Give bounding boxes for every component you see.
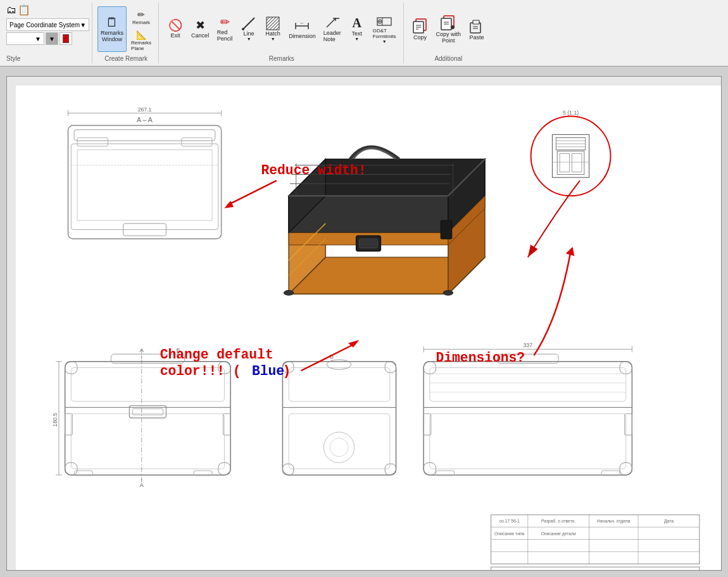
layer-icon: 📋 [18, 4, 30, 16]
text-arrow: ▼ [355, 37, 359, 41]
hatch-label: Hatch [265, 30, 280, 37]
dimension-button[interactable]: ↔ Dimension [286, 6, 319, 52]
remarks-block: Замечания: Компонент должен соответствов… [491, 567, 700, 570]
svg-line-6 [267, 17, 279, 30]
svg-text:↔: ↔ [300, 21, 304, 25]
hatch-button[interactable]: Hatch ▼ [261, 6, 284, 52]
svg-text:Описание типа: Описание типа [494, 531, 525, 536]
cancel-button[interactable]: ✖ Cancel [188, 6, 212, 52]
additional-section: Copy Copy withPoint P [405, 3, 493, 63]
style-section: 🗂 📋 Page Coordinate System ▼ ▼ ▼ Style [4, 3, 92, 63]
svg-text:Разраб. о ответн.: Разраб. о ответн. [541, 519, 575, 524]
svg-rect-48 [77, 150, 212, 220]
svg-rect-46 [182, 137, 212, 146]
svg-line-14 [327, 18, 336, 27]
copy-with-point-button[interactable]: Copy withPoint [433, 6, 465, 52]
remark-plane-button[interactable]: ✏ Remark [128, 7, 154, 29]
svg-rect-45 [77, 137, 108, 146]
reduce-width-text: Reduce width! [261, 163, 367, 178]
remark-small-btns: ✏ Remark 📐 RemarksPlane [128, 7, 154, 51]
svg-rect-43 [74, 130, 215, 141]
svg-text:Начальн. отдела: Начальн. отдела [597, 519, 631, 524]
svg-text:267.1: 267.1 [138, 106, 152, 113]
svg-rect-62 [359, 239, 377, 248]
style-dropdown-2[interactable]: ▼ [46, 32, 58, 45]
text-icon: A [352, 16, 361, 29]
change-default-blue-text: Blue [252, 364, 284, 379]
paste-icon [468, 18, 485, 34]
line-arrow: ▼ [247, 37, 251, 41]
additional-label: Additional [434, 54, 462, 62]
svg-marker-149 [566, 247, 575, 257]
detail-view: 5 (1:1) [531, 110, 611, 196]
exit-icon: 🚫 [168, 20, 182, 31]
svg-point-123 [323, 432, 354, 462]
gdt-arrow: ▼ [382, 39, 387, 44]
create-remark-label: Create Remark [104, 54, 147, 62]
line-icon [242, 16, 256, 30]
change-default-paren-text: ) [282, 364, 291, 379]
svg-rect-42 [68, 125, 222, 239]
svg-rect-135 [430, 367, 626, 401]
svg-rect-32 [473, 20, 479, 24]
color-picker [63, 34, 69, 43]
leader-note-label: LeaderNote [323, 30, 341, 42]
svg-text:Дата: Дата [664, 519, 674, 524]
dimensions-text: Dimensions? [436, 350, 525, 365]
change-default-text1: Change default [160, 347, 273, 362]
coordinate-system-dropdown[interactable]: Page Coordinate System ▼ [6, 18, 89, 31]
svg-rect-121 [289, 367, 390, 401]
svg-line-145 [227, 181, 276, 205]
style-dropdown-3[interactable] [60, 32, 72, 45]
drawing-sheet: // generate ticks - done via inline SVG … [6, 76, 722, 571]
style-dropdown-1[interactable]: ▼ [6, 32, 44, 45]
line-button[interactable]: Line ▼ [237, 6, 260, 52]
svg-point-64 [284, 290, 293, 295]
change-default-text2: color!!! ( [160, 364, 241, 379]
svg-text:co.17 56-1: co.17 56-1 [499, 519, 520, 523]
gdt-button[interactable]: GD&TFormlimits ▼ [370, 6, 399, 52]
exit-button[interactable]: 🚫 Exit [164, 6, 187, 52]
svg-rect-163 [491, 567, 700, 570]
svg-rect-75 [553, 134, 589, 177]
svg-text:180.5: 180.5 [52, 413, 58, 427]
drawing-area[interactable]: // generate ticks - done via inline SVG … [0, 67, 728, 577]
remarks-window-button[interactable]: 🗒 RemarksWindow [97, 6, 127, 52]
remarks-section: 🚫 Exit ✖ Cancel ✏ RedPencil Line ▼ [160, 3, 403, 63]
remarks-plane-icon: 📐 [136, 30, 147, 40]
section-view-aa: 267.1 A – A [68, 106, 222, 239]
svg-line-9 [276, 27, 279, 30]
line-label: Line [244, 30, 254, 37]
svg-rect-136 [430, 414, 626, 469]
text-button[interactable]: A Text ▼ [346, 6, 368, 52]
svg-point-124 [330, 438, 348, 457]
svg-rect-44 [71, 144, 218, 230]
copy-button[interactable]: Copy [409, 6, 432, 52]
cancel-label: Cancel [191, 32, 209, 39]
leader-note-button[interactable]: LeaderNote [320, 6, 344, 52]
svg-text:337: 337 [524, 342, 533, 348]
dimension-label: Dimension [289, 33, 316, 39]
style-label: Style [6, 54, 89, 62]
svg-text:Описание детали: Описание детали [541, 531, 576, 536]
dropdown-arrow2-icon: ▼ [35, 35, 41, 42]
paste-label: Paste [470, 34, 484, 41]
svg-rect-83 [560, 153, 569, 172]
svg-point-74 [531, 116, 611, 196]
title-block: co.17 56-1 Разраб. о ответн. Начальн. от… [491, 515, 700, 564]
paste-button[interactable]: Paste [465, 6, 488, 52]
red-pencil-button[interactable]: ✏ RedPencil [213, 6, 236, 52]
red-pencil-label: RedPencil [217, 29, 233, 42]
svg-rect-82 [557, 151, 584, 175]
text-label: Text [351, 30, 362, 37]
svg-line-4 [267, 17, 273, 23]
copy-with-point-icon [440, 15, 456, 31]
remarks-plane-button[interactable]: 📐 RemarksPlane [128, 30, 154, 51]
red-pencil-icon: ✏ [220, 16, 230, 28]
svg-rect-63 [441, 220, 451, 239]
ruler-left [7, 86, 16, 570]
drawing-canvas[interactable]: 267.1 A – A [16, 86, 721, 570]
remarks-plane-label: RemarksPlane [131, 40, 151, 51]
svg-rect-36 [7, 86, 16, 570]
svg-rect-122 [289, 414, 390, 469]
